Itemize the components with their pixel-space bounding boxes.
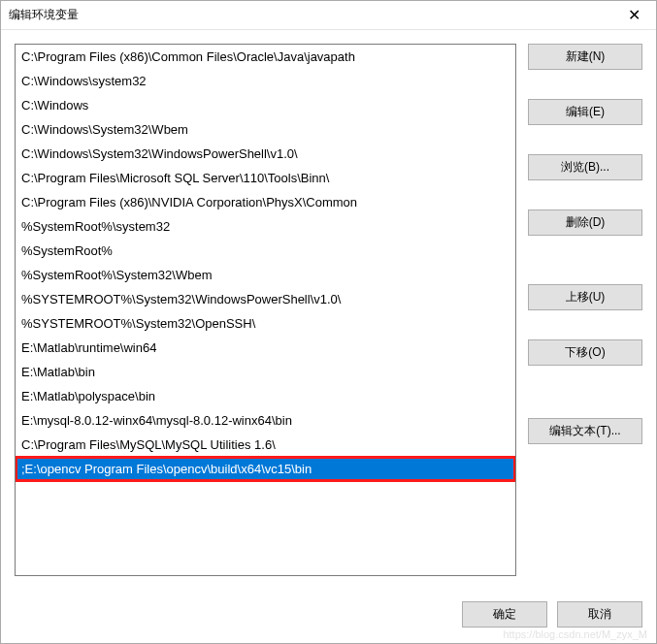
list-item[interactable]: %SYSTEMROOT%\System32\WindowsPowerShell\…	[16, 287, 515, 311]
list-item[interactable]: C:\Windows\System32\WindowsPowerShell\v1…	[16, 142, 515, 166]
close-icon: ✕	[628, 6, 641, 24]
edit-text-button[interactable]: 编辑文本(T)...	[528, 418, 642, 444]
list-item[interactable]: C:\Windows\System32\Wbem	[16, 117, 515, 142]
browse-button[interactable]: 浏览(B)...	[528, 154, 642, 180]
list-item[interactable]: C:\Windows	[16, 93, 515, 117]
list-item[interactable]: ;E:\opencv Program Files\opencv\build\x6…	[16, 457, 515, 481]
list-item[interactable]: E:\Matlab\bin	[16, 360, 515, 384]
list-item[interactable]: C:\Program Files (x86)\NVIDIA Corporatio…	[16, 190, 515, 214]
ok-button[interactable]: 确定	[462, 601, 547, 628]
path-list[interactable]: C:\Program Files (x86)\Common Files\Orac…	[15, 44, 516, 576]
list-item[interactable]: C:\Windows\system32	[16, 69, 515, 93]
list-item[interactable]: E:\mysql-8.0.12-winx64\mysql-8.0.12-winx…	[16, 408, 515, 433]
content-area: C:\Program Files (x86)\Common Files\Orac…	[1, 30, 656, 590]
list-item[interactable]: %SystemRoot%\System32\Wbem	[16, 263, 515, 287]
footer: 确定 取消	[1, 590, 656, 643]
list-item[interactable]: E:\Matlab\polyspace\bin	[16, 384, 515, 408]
delete-button[interactable]: 删除(D)	[528, 209, 642, 236]
move-down-button[interactable]: 下移(O)	[528, 339, 642, 366]
list-item[interactable]: C:\Program Files\MySQL\MySQL Utilities 1…	[16, 433, 515, 457]
list-item[interactable]: %SystemRoot%	[16, 239, 515, 263]
edit-button[interactable]: 编辑(E)	[528, 99, 642, 125]
button-column: 新建(N) 编辑(E) 浏览(B)... 删除(D) 上移(U) 下移(O) 编…	[528, 44, 642, 576]
cancel-button[interactable]: 取消	[557, 601, 642, 628]
dialog-title: 编辑环境变量	[9, 7, 612, 23]
list-item[interactable]: C:\Program Files (x86)\Common Files\Orac…	[16, 45, 515, 69]
list-item[interactable]: %SystemRoot%\system32	[16, 214, 515, 239]
move-up-button[interactable]: 上移(U)	[528, 284, 642, 310]
dialog-window: 编辑环境变量 ✕ C:\Program Files (x86)\Common F…	[0, 0, 657, 644]
close-button[interactable]: ✕	[612, 1, 656, 30]
list-item[interactable]: E:\Matlab\runtime\win64	[16, 336, 515, 360]
list-item[interactable]: %SYSTEMROOT%\System32\OpenSSH\	[16, 311, 515, 336]
list-item[interactable]: C:\Program Files\Microsoft SQL Server\11…	[16, 166, 515, 190]
new-button[interactable]: 新建(N)	[528, 44, 642, 70]
titlebar: 编辑环境变量 ✕	[1, 1, 656, 30]
